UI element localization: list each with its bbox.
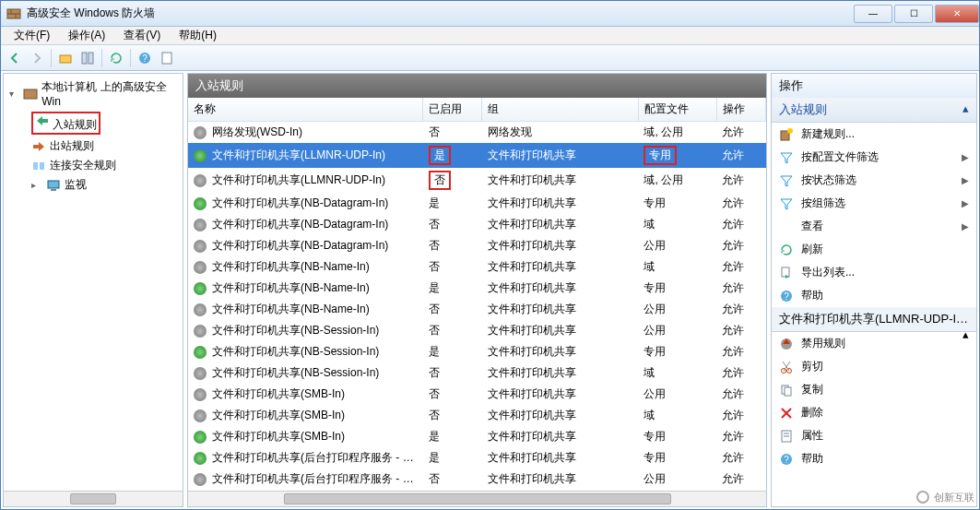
col-action[interactable]: 操作 [716, 98, 765, 122]
tree-pane: ▾ 本地计算机 上的高级安全 Win 入站规则 出站规则 连接安全规则 [3, 73, 183, 507]
svg-rect-5 [82, 53, 87, 64]
table-row[interactable]: 文件和打印机共享(后台打印程序服务 - R… 是 文件和打印机共享 专用 允许 [188, 447, 766, 468]
window-title: 高级安全 Windows 防火墙 [27, 6, 852, 21]
firewall-icon [23, 87, 38, 101]
outbound-icon [31, 139, 46, 154]
back-button[interactable] [5, 48, 25, 68]
table-row[interactable]: 文件和打印机共享(NB-Session-In) 是 文件和打印机共享 专用 允许 [188, 341, 766, 362]
chevron-right-icon: ▶ [962, 221, 969, 231]
table-row[interactable]: 文件和打印机共享(NB-Datagram-In) 否 文件和打印机共享 域 允许 [188, 214, 766, 235]
status-icon [194, 240, 207, 253]
tree-hscroll[interactable] [4, 491, 183, 506]
table-row[interactable]: 文件和打印机共享(NB-Name-In) 否 文件和打印机共享 公用 允许 [188, 299, 766, 320]
col-enabled[interactable]: 已启用 [423, 98, 482, 122]
action-按状态筛选[interactable]: 按状态筛选▶ [772, 169, 976, 192]
table-row[interactable]: 文件和打印机共享(NB-Datagram-In) 否 文件和打印机共享 公用 允… [188, 235, 766, 256]
table-row[interactable]: 文件和打印机共享(后台打印程序服务 - R… 否 文件和打印机共享 公用 允许 [188, 468, 766, 490]
table-row[interactable]: 文件和打印机共享(NB-Session-In) 否 文件和打印机共享 域 允许 [188, 362, 766, 384]
rules-pane: 入站规则 名称 已启用 组 配置文件 操作 网络发现(WSD-In) 否 网络发… [187, 73, 767, 507]
actions-section1: 入站规则 ▴ [772, 98, 976, 123]
help-button[interactable]: ? [135, 48, 155, 68]
disable-icon [779, 337, 794, 351]
svg-point-16 [787, 128, 793, 134]
tree-outbound[interactable]: 出站规则 [6, 136, 181, 156]
svg-rect-10 [24, 89, 37, 99]
status-icon [194, 346, 207, 359]
action-按配置文件筛选[interactable]: 按配置文件筛选▶ [772, 146, 976, 169]
action-删除[interactable]: 删除 [772, 401, 976, 424]
status-icon [194, 388, 207, 401]
action-导出列表...[interactable]: 导出列表... [772, 261, 976, 284]
status-icon [194, 282, 207, 295]
table-row[interactable]: 文件和打印机共享(LLMNR-UDP-In) 是 文件和打印机共享 专用 允许 [188, 143, 766, 168]
export-button[interactable] [157, 48, 177, 68]
actions-section2: 文件和打印机共享(LLMNR-UDP-I… ▴ [772, 307, 976, 332]
tree-root[interactable]: ▾ 本地计算机 上的高级安全 Win [6, 77, 181, 110]
table-row[interactable]: 文件和打印机共享(SMB-In) 是 文件和打印机共享 专用 允许 [188, 426, 766, 447]
expand-icon[interactable]: ▸ [31, 180, 42, 190]
tree-connsec[interactable]: 连接安全规则 [6, 156, 181, 175]
status-icon [194, 126, 207, 139]
table-row[interactable]: 文件和打印机共享(NB-Session-In) 否 文件和打印机共享 公用 允许 [188, 320, 766, 341]
table-row[interactable]: 文件和打印机共享(LLMNR-UDP-In) 否 文件和打印机共享 域, 公用 … [188, 168, 766, 193]
status-icon [194, 367, 207, 380]
col-name[interactable]: 名称 [188, 98, 423, 122]
show-hide-button[interactable] [77, 48, 98, 68]
collapse-icon[interactable]: ▾ [9, 89, 19, 99]
action-新建规则...[interactable]: 新建规则... [772, 123, 976, 146]
table-row[interactable]: 文件和打印机共享(后台打印程序服务 - R… 否 文件和打印机共享 域 允许 [188, 490, 766, 491]
action-剪切[interactable]: 剪切 [772, 355, 976, 378]
col-profile[interactable]: 配置文件 [638, 98, 716, 122]
menu-file[interactable]: 文件(F) [5, 26, 59, 45]
svg-text:?: ? [142, 53, 148, 64]
tree-inbound[interactable]: 入站规则 [6, 110, 181, 136]
status-icon [194, 174, 207, 187]
up-button[interactable] [55, 48, 76, 68]
collapse-icon[interactable]: ▴ [962, 327, 969, 341]
table-row[interactable]: 文件和打印机共享(SMB-In) 否 文件和打印机共享 公用 允许 [188, 384, 766, 405]
svg-rect-14 [51, 189, 56, 191]
menu-action[interactable]: 操作(A) [59, 26, 114, 45]
action-按组筛选[interactable]: 按组筛选▶ [772, 192, 976, 215]
actions-pane: 操作 入站规则 ▴ 新建规则...按配置文件筛选▶按状态筛选▶按组筛选▶查看▶刷… [771, 73, 977, 507]
col-group[interactable]: 组 [482, 98, 639, 122]
tree-inbound-label: 入站规则 [53, 118, 97, 131]
action-属性[interactable]: 属性 [772, 424, 976, 447]
tree-monitor-label: 监视 [65, 177, 87, 193]
table-row[interactable]: 网络发现(WSD-In) 否 网络发现 域, 公用 允许 [188, 122, 766, 144]
firewall-icon [6, 6, 21, 21]
watermark: 创新互联 [915, 490, 974, 504]
status-icon [194, 149, 207, 162]
status-icon [194, 325, 207, 338]
maximize-button[interactable]: ☐ [894, 5, 933, 23]
action-禁用规则[interactable]: 禁用规则 [772, 332, 962, 355]
forward-button[interactable] [27, 48, 47, 68]
menu-view[interactable]: 查看(V) [114, 26, 170, 45]
close-button[interactable]: ✕ [935, 5, 979, 23]
rules-hscroll[interactable] [188, 491, 766, 506]
collapse-icon[interactable]: ▴ [962, 101, 969, 115]
action-复制[interactable]: 复制 [772, 378, 976, 401]
table-row[interactable]: 文件和打印机共享(SMB-In) 否 文件和打印机共享 域 允许 [188, 405, 766, 426]
status-icon [194, 197, 207, 210]
actions-header: 操作 [772, 74, 976, 98]
table-row[interactable]: 文件和打印机共享(NB-Name-In) 否 文件和打印机共享 域 允许 [188, 256, 766, 278]
inbound-icon [35, 113, 50, 128]
menu-help[interactable]: 帮助(H) [170, 26, 226, 45]
svg-rect-12 [40, 162, 44, 170]
action-刷新[interactable]: 刷新 [772, 238, 976, 261]
table-row[interactable]: 文件和打印机共享(NB-Name-In) 是 文件和打印机共享 专用 允许 [188, 278, 766, 299]
delete-icon [779, 406, 794, 421]
table-row[interactable]: 文件和打印机共享(NB-Datagram-In) 是 文件和打印机共享 专用 允… [188, 193, 766, 214]
action-帮助[interactable]: ?帮助 [772, 284, 976, 307]
help-icon: ? [779, 452, 794, 467]
refresh-button[interactable] [106, 48, 126, 68]
action-帮助[interactable]: ?帮助 [772, 447, 976, 470]
tree-monitor[interactable]: ▸ 监视 [6, 175, 181, 195]
minimize-button[interactable]: — [854, 5, 892, 23]
cut-icon [779, 360, 794, 374]
action-查看[interactable]: 查看▶ [772, 215, 976, 238]
tree-root-label: 本地计算机 上的高级安全 Win [41, 79, 179, 108]
copy-icon [779, 383, 794, 397]
rules-header: 入站规则 [188, 74, 766, 98]
